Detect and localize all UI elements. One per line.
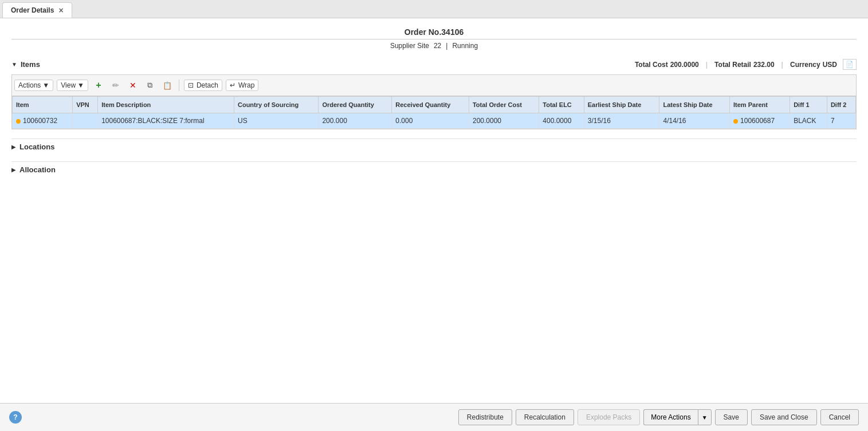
cell-country-of-sourcing: US [234,113,318,129]
col-vpn: VPN [73,97,98,113]
help-button[interactable]: ? [9,411,22,424]
allocation-header[interactable]: ▶ Allocation [11,161,857,177]
order-header: Order No.34106 Supplier Site 22 | Runnin… [11,27,857,50]
detach-button[interactable]: ⊡ Detach [184,80,222,91]
more-actions-dropdown[interactable]: ▼ [698,409,712,425]
cell-diff1: BLACK [790,113,827,129]
allocation-section: ▶ Allocation [11,161,857,177]
items-section-title: Items [21,60,40,69]
actions-button[interactable]: Actions ▼ [14,80,53,91]
delete-button[interactable]: ✕ [126,78,140,92]
wrap-label: Wrap [238,81,254,89]
total-retail-label: Total Retail [714,61,751,69]
detach-icon: ⊡ [188,81,194,89]
explode-packs-button[interactable]: Explode Packs [578,409,640,425]
cell-item-parent: 100600687 [730,113,790,129]
redistribute-button[interactable]: Redistribute [458,409,512,425]
col-item-description: Item Description [98,97,234,113]
col-total-order-cost: Total Order Cost [469,97,539,113]
actions-dropdown-icon: ▼ [42,81,49,89]
wrap-icon: ↵ [230,81,235,89]
cell-total-elc: 400.0000 [539,113,584,129]
locations-collapse-icon[interactable]: ▶ [11,144,16,150]
edit-icon: ✏ [112,81,119,90]
order-details-tab[interactable]: Order Details × [2,2,72,18]
currency-label: Currency [790,61,820,69]
add-button[interactable]: + [92,78,105,92]
actions-label: Actions [18,81,41,89]
copy-icon: ⧉ [147,81,152,90]
copy-button[interactable]: ⧉ [143,78,157,92]
add-icon: + [96,80,101,90]
cell-total-order-cost: 200.0000 [469,113,539,129]
total-cost-label: Total Cost [635,61,668,69]
order-status: Running [452,42,478,50]
items-collapse-icon[interactable]: ▼ [11,61,17,68]
parent-indicator [733,119,738,124]
supplier-label: Supplier Site [390,42,429,50]
items-toolbar: Actions ▼ View ▼ + ✏ ✕ ⧉ [11,74,857,96]
tab-close-icon[interactable]: × [58,6,63,14]
items-table-container: Item VPN Item Description Country of Sou… [11,96,857,129]
col-country-of-sourcing: Country of Sourcing [234,97,318,113]
paste-button[interactable]: 📋 [160,78,174,92]
items-table: Item VPN Item Description Country of Sou… [12,96,856,129]
locations-header[interactable]: ▶ Locations [11,139,857,155]
col-latest-ship-date: Latest Ship Date [659,97,730,113]
allocation-title: Allocation [19,165,56,174]
cell-latest-ship-date: 4/14/16 [659,113,730,129]
more-actions-button[interactable]: More Actions [643,409,697,425]
edit-button[interactable]: ✏ [109,78,123,92]
view-label: View [61,81,76,89]
cell-item: 100600732 [13,113,73,129]
col-ordered-quantity: Ordered Quantity [319,97,392,113]
allocation-collapse-icon[interactable]: ▶ [11,167,16,173]
col-total-elc: Total ELC [539,97,584,113]
delete-icon: ✕ [129,81,136,90]
detach-label: Detach [197,81,218,89]
row-indicator [16,119,21,124]
items-meta: Total Cost 200.0000 | Total Retail 232.0… [635,59,857,70]
cell-ordered-quantity: 200.000 [319,113,392,129]
col-diff1: Diff 1 [790,97,827,113]
supplier-value: 22 [434,42,441,50]
items-section: ▼ Items Total Cost 200.0000 | Total Reta… [11,59,857,129]
divider: | [446,42,447,50]
toolbar-separator [179,80,179,91]
view-button[interactable]: View ▼ [57,80,88,91]
cancel-button[interactable]: Cancel [820,409,859,425]
action-bar: ? Redistribute Recalculation Explode Pac… [0,403,868,431]
wrap-button[interactable]: ↵ Wrap [226,80,258,91]
order-title: Order No.34106 [11,27,857,39]
cell-received-quantity: 0.000 [392,113,469,129]
cell-item-description: 100600687:BLACK:SIZE 7:formal [98,113,234,129]
locations-title: Locations [19,143,54,151]
more-actions-group: More Actions ▼ [643,409,711,425]
save-button[interactable]: Save [715,409,748,425]
col-earliest-ship-date: Earliest Ship Date [584,97,659,113]
table-row[interactable]: 100600732100600687:BLACK:SIZE 7:formalUS… [13,113,856,129]
paste-icon: 📋 [163,81,172,90]
cell-vpn [73,113,98,129]
cell-earliest-ship-date: 3/15/16 [584,113,659,129]
col-diff2: Diff 2 [827,97,855,113]
total-retail-value: 232.00 [753,61,775,69]
tab-label: Order Details [11,6,54,14]
col-item: Item [13,97,73,113]
col-received-quantity: Received Quantity [392,97,469,113]
view-dropdown-icon: ▼ [77,81,84,89]
col-item-parent: Item Parent [730,97,790,113]
locations-section: ▶ Locations [11,139,857,155]
cell-diff2: 7 [827,113,855,129]
currency-icon[interactable]: 📄 [843,59,857,70]
recalculation-button[interactable]: Recalculation [516,409,574,425]
currency-value: USD [823,61,837,69]
total-cost-value: 200.0000 [670,61,699,69]
save-and-close-button[interactable]: Save and Close [751,409,817,425]
